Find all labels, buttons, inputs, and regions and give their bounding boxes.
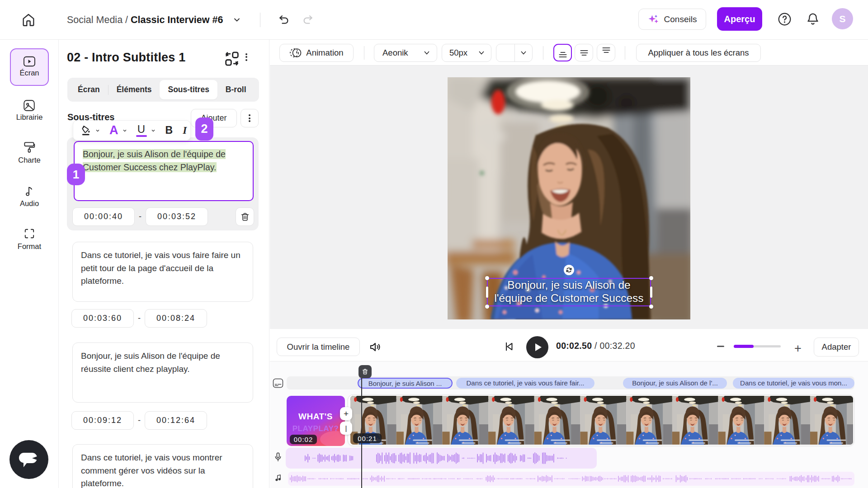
svg-text:WHAT'S: WHAT'S: [298, 412, 333, 421]
svg-text:PLAYPLAY?: PLAYPLAY?: [292, 424, 339, 433]
